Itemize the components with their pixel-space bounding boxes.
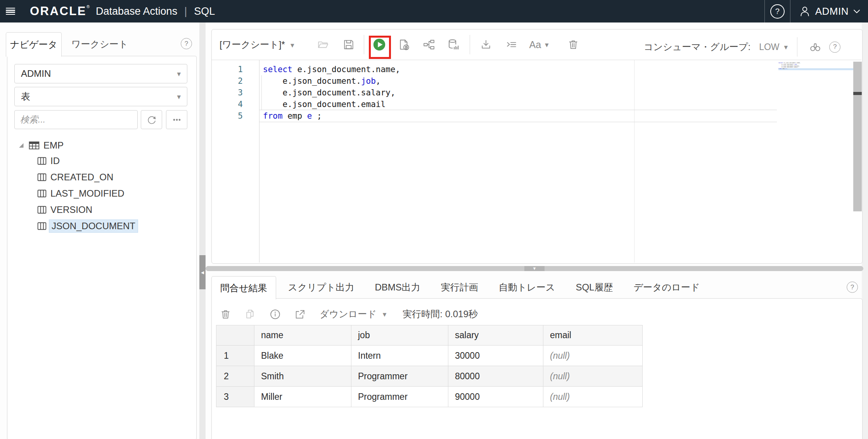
table-cell[interactable]: 80000: [448, 366, 543, 387]
schema-select[interactable]: ADMIN ▾: [14, 64, 187, 83]
results-help-icon[interactable]: ?: [847, 282, 858, 293]
header-help-icon[interactable]: ?: [770, 4, 785, 19]
row-number-cell[interactable]: 1: [216, 346, 254, 366]
toolbar-divider: [470, 35, 470, 54]
font-size-dropdown[interactable]: Aa ▾: [529, 39, 548, 50]
column-header-email[interactable]: email: [543, 325, 643, 346]
tree-item-label: VERSION: [50, 204, 92, 215]
more-options-button[interactable]: [166, 110, 187, 129]
results-tab-SQL履歴[interactable]: SQL履歴: [567, 276, 621, 299]
worksheet-help-icon[interactable]: ?: [829, 41, 840, 53]
table-cell[interactable]: 90000: [448, 387, 543, 407]
code-line[interactable]: from emp e ;: [263, 110, 400, 122]
tab-worksheet[interactable]: ワークシート: [65, 32, 134, 56]
tree-item-column[interactable]: LAST_MODIFIED: [37, 185, 138, 202]
panel-collapse-button[interactable]: ▼: [524, 266, 545, 271]
find-button[interactable]: [807, 36, 824, 57]
table-cell[interactable]: Smith: [254, 366, 351, 387]
vertical-splitter[interactable]: [199, 22, 206, 439]
open-in-new-window-button[interactable]: [291, 304, 309, 324]
expand-triangle-icon[interactable]: [19, 142, 25, 149]
column-header-job[interactable]: job: [351, 325, 448, 346]
editor-scrollbar-track[interactable]: [853, 62, 862, 211]
clear-editor-button[interactable]: [564, 34, 583, 55]
column-header-name[interactable]: name: [254, 325, 351, 346]
save-button[interactable]: [339, 34, 358, 55]
copy-results-button[interactable]: [241, 304, 259, 324]
tree-column-list: ID CREATED_ON LAST_MODIFIED VERSION JSON…: [37, 153, 138, 234]
format-button[interactable]: [502, 34, 521, 55]
table-cell[interactable]: Blake: [254, 346, 351, 366]
sidebar-collapse-handle[interactable]: ◀: [199, 255, 206, 289]
table-cell[interactable]: (null): [543, 387, 643, 407]
refresh-icon: [146, 114, 157, 125]
search-input[interactable]: [14, 110, 138, 129]
run-script-button[interactable]: [394, 34, 414, 55]
autotrace-button[interactable]: [444, 34, 463, 55]
code-line[interactable]: e.json_document.email: [263, 99, 400, 110]
row-number-cell[interactable]: 3: [216, 387, 254, 407]
product-title: SQL: [194, 5, 215, 17]
table-cell[interactable]: Miller: [254, 387, 351, 407]
editor-minimap[interactable]: select e.json_document.name, e.json_docu…: [778, 62, 853, 70]
chevron-down-icon: ▾: [383, 310, 387, 319]
line-number: 1: [213, 64, 251, 75]
column-header-salary[interactable]: salary: [448, 325, 543, 346]
run-icon: [373, 38, 386, 51]
download-label: ダウンロード: [320, 308, 377, 320]
table-cell[interactable]: Intern: [351, 346, 448, 366]
registered-mark-icon: ®: [86, 4, 90, 9]
code-line[interactable]: e.json_document.salary,: [263, 87, 400, 99]
sql-editor[interactable]: select e.json_document.name, e.json_docu…: [263, 64, 400, 122]
results-tab-データのロード[interactable]: データのロード: [625, 276, 708, 299]
results-tab-実行計画[interactable]: 実行計画: [432, 276, 487, 299]
download-editor-button[interactable]: [476, 34, 496, 55]
chevron-down-icon[interactable]: ▾: [784, 43, 788, 52]
results-tab-自動トレース[interactable]: 自動トレース: [490, 276, 564, 299]
top-header-bar: ORACLE® Database Actions | SQL ? ADMIN: [0, 0, 868, 22]
info-icon: [270, 309, 281, 320]
ellipsis-icon: [171, 114, 183, 125]
sidebar-help-icon[interactable]: ?: [181, 38, 192, 49]
open-file-button[interactable]: [313, 34, 333, 55]
tree-item-column[interactable]: VERSION: [37, 202, 138, 218]
tree-item-emp[interactable]: EMP: [19, 138, 64, 153]
refresh-button[interactable]: [141, 110, 162, 129]
table-icon: [29, 141, 40, 150]
table-cell[interactable]: 30000: [448, 346, 543, 366]
binoculars-icon: [809, 41, 821, 53]
tree-item-label: LAST_MODIFIED: [50, 188, 124, 199]
editor-line-numbers: 12345: [213, 64, 251, 122]
tree-item-column[interactable]: JSON_DOCUMENT: [37, 218, 138, 234]
run-statement-button[interactable]: [370, 34, 389, 55]
consumer-group-value[interactable]: LOW: [759, 42, 779, 52]
triangle-left-icon: ◀: [201, 270, 204, 275]
explain-plan-button[interactable]: [419, 34, 439, 55]
code-line[interactable]: select e.json_document.name,: [263, 64, 400, 75]
worksheet-title-dropdown[interactable]: [ワークシート]*▾: [220, 38, 294, 51]
row-number-cell[interactable]: 2: [216, 366, 254, 387]
results-tab-スクリプト出力[interactable]: スクリプト出力: [280, 276, 363, 299]
discard-results-button[interactable]: [216, 304, 234, 324]
tree-item-column[interactable]: CREATED_ON: [37, 169, 138, 185]
table-cell[interactable]: Programmer: [351, 387, 448, 407]
results-tab-問合せ結果[interactable]: 問合せ結果: [211, 276, 276, 299]
editor-scrollbar-thumb[interactable]: [853, 92, 862, 95]
app-root: ORACLE® Database Actions | SQL ? ADMIN ナ…: [0, 0, 868, 439]
table-cell[interactable]: Programmer: [351, 366, 448, 387]
schema-select-value: ADMIN: [21, 68, 51, 79]
object-type-select[interactable]: 表 ▾: [14, 87, 187, 106]
user-menu[interactable]: ADMIN: [790, 5, 868, 17]
hamburger-menu-icon[interactable]: [6, 8, 15, 15]
trash-icon: [567, 39, 579, 50]
tree-item-column[interactable]: ID: [37, 153, 138, 169]
result-info-button[interactable]: [266, 304, 284, 324]
table-cell[interactable]: (null): [543, 346, 643, 366]
triangle-down-icon: ▼: [533, 266, 537, 271]
download-results-dropdown[interactable]: ダウンロード ▾: [320, 308, 386, 320]
database-stats-icon: [448, 38, 460, 51]
code-line[interactable]: e.json_document.job,: [263, 75, 400, 87]
tab-navigator[interactable]: ナビゲータ: [6, 32, 62, 57]
table-cell[interactable]: (null): [543, 366, 643, 387]
results-tab-DBMS出力[interactable]: DBMS出力: [366, 276, 429, 299]
